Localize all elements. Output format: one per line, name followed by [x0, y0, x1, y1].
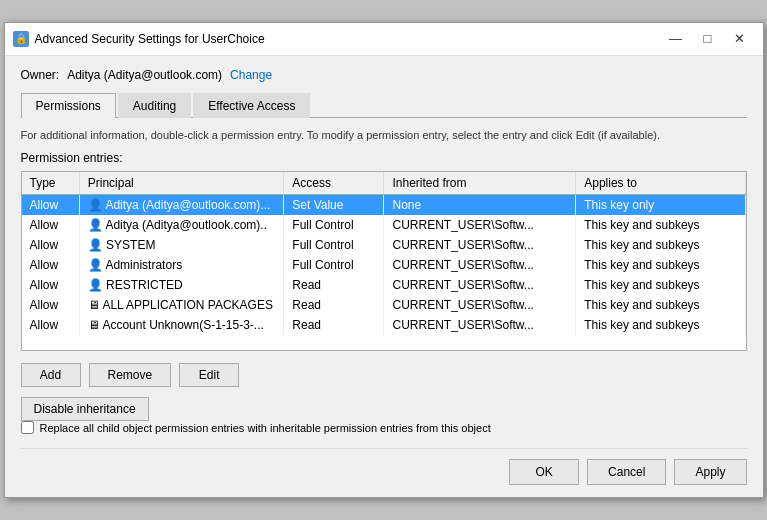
cell-access: Read — [284, 295, 384, 315]
cell-access: Set Value — [284, 195, 384, 216]
change-link[interactable]: Change — [230, 68, 272, 82]
cell-inherited: CURRENT_USER\Softw... — [384, 295, 576, 315]
cell-inherited: CURRENT_USER\Softw... — [384, 315, 576, 335]
cell-principal: 👤 SYSTEM — [79, 235, 284, 255]
replace-checkbox-label: Replace all child object permission entr… — [40, 422, 491, 434]
table-row[interactable]: Allow 👤 Aditya (Aditya@outlook.com).. Fu… — [22, 215, 746, 235]
edit-button[interactable]: Edit — [179, 363, 239, 387]
table-header-row: Type Principal Access Inherited from App… — [22, 172, 746, 195]
cell-access: Full Control — [284, 255, 384, 275]
cell-principal: 👤 Administrators — [79, 255, 284, 275]
cell-applies: This key and subkeys — [576, 295, 745, 315]
dialog-content: Owner: Aditya (Aditya@outlook.com) Chang… — [5, 56, 763, 497]
cell-type: Allow — [22, 195, 80, 216]
cell-access: Read — [284, 275, 384, 295]
permissions-table-container: Type Principal Access Inherited from App… — [21, 171, 747, 351]
owner-name: Aditya (Aditya@outlook.com) — [67, 68, 222, 82]
cell-applies: This key only — [576, 195, 745, 216]
table-row[interactable]: Allow 🖥 ALL APPLICATION PACKAGES Read CU… — [22, 295, 746, 315]
cell-principal: 👤 Aditya (Aditya@outlook.com)... — [79, 195, 284, 216]
cell-principal: 🖥 ALL APPLICATION PACKAGES — [79, 295, 284, 315]
col-type: Type — [22, 172, 80, 195]
cell-principal: 👤 RESTRICTED — [79, 275, 284, 295]
col-principal: Principal — [79, 172, 284, 195]
cell-access: Full Control — [284, 215, 384, 235]
section-label: Permission entries: — [21, 151, 747, 165]
cell-access: Read — [284, 315, 384, 335]
cell-principal: 🖥 Account Unknown(S-1-15-3-... — [79, 315, 284, 335]
tab-permissions[interactable]: Permissions — [21, 93, 116, 118]
cell-access: Full Control — [284, 235, 384, 255]
titlebar-controls: — □ ✕ — [661, 29, 755, 49]
cell-inherited: None — [384, 195, 576, 216]
cell-applies: This key and subkeys — [576, 255, 745, 275]
table-row[interactable]: Allow 👤 SYSTEM Full Control CURRENT_USER… — [22, 235, 746, 255]
cancel-button[interactable]: Cancel — [587, 459, 666, 485]
owner-label: Owner: — [21, 68, 60, 82]
cell-principal: 👤 Aditya (Aditya@outlook.com).. — [79, 215, 284, 235]
table-row[interactable]: Allow 👤 RESTRICTED Read CURRENT_USER\Sof… — [22, 275, 746, 295]
cell-applies: This key and subkeys — [576, 275, 745, 295]
window-title: Advanced Security Settings for UserChoic… — [35, 32, 265, 46]
window-icon: 🔒 — [13, 31, 29, 47]
replace-checkbox[interactable] — [21, 421, 34, 434]
main-window: 🔒 Advanced Security Settings for UserCho… — [4, 22, 764, 498]
owner-row: Owner: Aditya (Aditya@outlook.com) Chang… — [21, 68, 747, 82]
tab-auditing[interactable]: Auditing — [118, 93, 191, 118]
cell-type: Allow — [22, 315, 80, 335]
cell-applies: This key and subkeys — [576, 315, 745, 335]
close-button[interactable]: ✕ — [725, 29, 755, 49]
cell-inherited: CURRENT_USER\Softw... — [384, 215, 576, 235]
cell-type: Allow — [22, 295, 80, 315]
action-buttons-row: Add Remove Edit — [21, 363, 747, 387]
minimize-button[interactable]: — — [661, 29, 691, 49]
remove-button[interactable]: Remove — [89, 363, 172, 387]
apply-button[interactable]: Apply — [674, 459, 746, 485]
col-access: Access — [284, 172, 384, 195]
col-inherited: Inherited from — [384, 172, 576, 195]
cell-inherited: CURRENT_USER\Softw... — [384, 235, 576, 255]
table-row[interactable]: Allow 👤 Aditya (Aditya@outlook.com)... S… — [22, 195, 746, 216]
cell-type: Allow — [22, 215, 80, 235]
cell-type: Allow — [22, 255, 80, 275]
info-text: For additional information, double-click… — [21, 128, 747, 143]
add-button[interactable]: Add — [21, 363, 81, 387]
disable-inheritance-button[interactable]: Disable inheritance — [21, 397, 149, 421]
replace-checkbox-row: Replace all child object permission entr… — [21, 421, 747, 434]
cell-applies: This key and subkeys — [576, 235, 745, 255]
titlebar: 🔒 Advanced Security Settings for UserCho… — [5, 23, 763, 56]
dialog-buttons-row: OK Cancel Apply — [21, 448, 747, 485]
table-body: Allow 👤 Aditya (Aditya@outlook.com)... S… — [22, 195, 746, 336]
tab-effective-access[interactable]: Effective Access — [193, 93, 310, 118]
titlebar-left: 🔒 Advanced Security Settings for UserCho… — [13, 31, 265, 47]
cell-inherited: CURRENT_USER\Softw... — [384, 275, 576, 295]
col-applies: Applies to — [576, 172, 745, 195]
table-row[interactable]: Allow 👤 Administrators Full Control CURR… — [22, 255, 746, 275]
ok-button[interactable]: OK — [509, 459, 579, 485]
tabs-container: Permissions Auditing Effective Access — [21, 92, 747, 118]
maximize-button[interactable]: □ — [693, 29, 723, 49]
table-row[interactable]: Allow 🖥 Account Unknown(S-1-15-3-... Rea… — [22, 315, 746, 335]
cell-type: Allow — [22, 235, 80, 255]
cell-applies: This key and subkeys — [576, 215, 745, 235]
cell-type: Allow — [22, 275, 80, 295]
permissions-table: Type Principal Access Inherited from App… — [22, 172, 746, 335]
cell-inherited: CURRENT_USER\Softw... — [384, 255, 576, 275]
